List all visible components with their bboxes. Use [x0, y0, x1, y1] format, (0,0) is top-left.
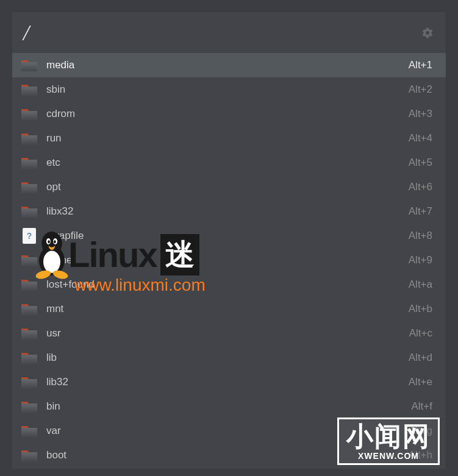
item-name: libx32: [46, 205, 409, 218]
list-item[interactable]: libAlt+d: [12, 346, 446, 370]
shortcut-label: Alt+6: [409, 181, 432, 193]
list-item[interactable]: cdromAlt+3: [12, 102, 446, 126]
list-item[interactable]: sbinAlt+2: [12, 77, 446, 102]
shortcut-label: Alt+3: [409, 108, 432, 120]
shortcut-label: Alt+9: [409, 254, 432, 266]
item-name: lib32: [46, 376, 409, 388]
item-name: home: [46, 254, 409, 266]
list-item[interactable]: lib32Alt+e: [12, 370, 446, 394]
list-item[interactable]: varAlt+g: [12, 419, 446, 443]
folder-icon: [21, 59, 38, 72]
folder-icon: [21, 351, 38, 364]
list-item[interactable]: binAlt+f: [12, 394, 446, 419]
folder-icon: [21, 424, 38, 438]
list-item[interactable]: lost+foundAlt+a: [12, 272, 446, 297]
folder-icon: [21, 107, 38, 121]
folder-icon: [21, 83, 38, 96]
folder-icon: [21, 400, 38, 413]
list-item[interactable]: libx32Alt+7: [12, 199, 446, 224]
header: /: [12, 12, 446, 53]
list-item[interactable]: swapfileAlt+8: [12, 224, 446, 248]
item-name: mnt: [46, 303, 409, 315]
item-name: swapfile: [46, 230, 409, 242]
folder-icon: [21, 156, 38, 169]
current-path: /: [23, 20, 29, 46]
list-item[interactable]: etcAlt+5: [12, 151, 446, 175]
folder-icon: [21, 278, 38, 291]
folder-icon: [21, 132, 38, 145]
shortcut-label: Alt+b: [409, 303, 432, 315]
folder-icon: [21, 327, 38, 340]
item-name: var: [46, 425, 409, 437]
folder-icon: [21, 375, 38, 389]
list-item[interactable]: mntAlt+b: [12, 297, 446, 321]
item-name: opt: [46, 181, 409, 193]
list-item[interactable]: optAlt+6: [12, 175, 446, 199]
shortcut-label: Alt+h: [409, 449, 432, 461]
item-name: etc: [46, 157, 409, 169]
item-name: cdrom: [46, 108, 409, 120]
shortcut-label: Alt+g: [409, 425, 432, 437]
list-item[interactable]: homeAlt+9: [12, 248, 446, 272]
folder-icon: [21, 180, 38, 194]
item-name: bin: [46, 400, 412, 413]
file-browser-window: / mediaAlt+1 sbinAlt+2 cdromAlt+3: [12, 12, 446, 469]
file-icon: [23, 228, 36, 244]
folder-icon: [21, 254, 38, 267]
shortcut-label: Alt+a: [409, 279, 432, 291]
shortcut-label: Alt+7: [409, 205, 432, 218]
shortcut-label: Alt+4: [409, 132, 432, 144]
shortcut-label: Alt+e: [409, 376, 432, 388]
item-name: media: [46, 59, 409, 71]
settings-icon[interactable]: [421, 27, 434, 39]
folder-icon: [21, 449, 38, 462]
list-item[interactable]: runAlt+4: [12, 126, 446, 151]
folder-icon: [21, 205, 38, 218]
item-name: sbin: [46, 83, 409, 96]
item-name: usr: [46, 327, 409, 339]
list-item[interactable]: bootAlt+h: [12, 443, 446, 467]
shortcut-label: Alt+f: [412, 400, 433, 413]
list-item[interactable]: mediaAlt+1: [12, 53, 446, 77]
shortcut-label: Alt+c: [409, 327, 432, 339]
folder-icon: [21, 302, 38, 316]
item-name: boot: [46, 449, 409, 461]
item-name: run: [46, 132, 409, 144]
list-item[interactable]: usrAlt+c: [12, 321, 446, 346]
shortcut-label: Alt+8: [409, 230, 432, 242]
shortcut-label: Alt+d: [409, 352, 432, 364]
shortcut-label: Alt+2: [409, 83, 432, 96]
shortcut-label: Alt+5: [409, 157, 432, 169]
item-name: lost+found: [46, 279, 409, 291]
file-list: mediaAlt+1 sbinAlt+2 cdromAlt+3 runAlt+4…: [12, 53, 446, 469]
item-name: lib: [46, 352, 409, 364]
shortcut-label: Alt+1: [409, 59, 432, 71]
